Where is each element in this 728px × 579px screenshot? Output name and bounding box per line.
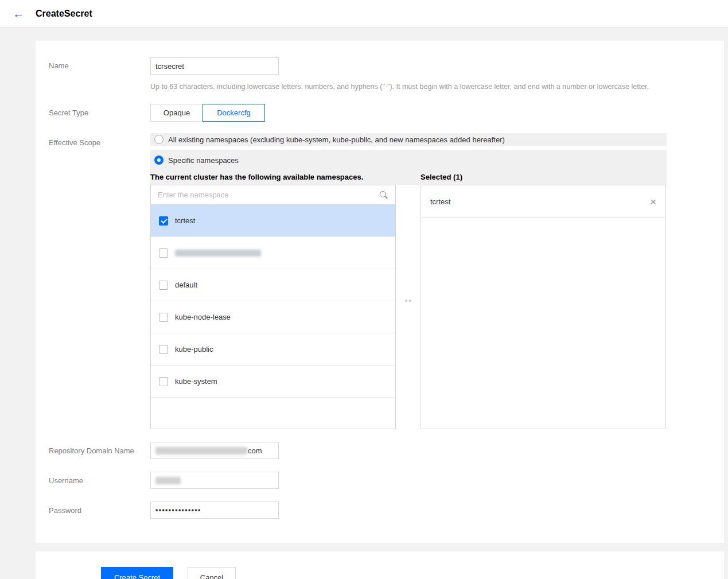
name-hint: Up to 63 characters, including lowercase… [150, 83, 724, 91]
scope-option-specific[interactable]: Specific namespaces [150, 154, 239, 166]
username-input[interactable] [150, 472, 279, 489]
available-namespaces-panel: tcrtest default kube-node-lease kube-pub… [150, 185, 396, 429]
namespace-label: kube-public [175, 345, 213, 353]
namespace-row-kube-public[interactable]: kube-public [151, 333, 395, 366]
scope-option-specific-label: Specific namespaces [168, 156, 239, 165]
redacted-text [155, 447, 247, 454]
checkbox-icon[interactable] [159, 313, 168, 322]
secret-type-opaque-button[interactable]: Opaque [150, 104, 203, 122]
selected-item-row: tcrtest × [421, 185, 665, 218]
available-namespaces-title: The current cluster has the following av… [150, 173, 363, 181]
create-secret-button[interactable]: Create Secret [101, 567, 173, 579]
namespace-row-redacted[interactable] [151, 237, 395, 269]
checkbox-icon[interactable] [159, 248, 168, 258]
password-label: Password [49, 506, 81, 515]
secret-type-toggle: Opaque Dockercfg [150, 104, 265, 122]
remove-icon[interactable]: × [650, 196, 656, 207]
redacted-namespace-label [175, 250, 261, 257]
secret-type-label: Secret Type [49, 108, 88, 117]
effective-scope-label: Effective Scope [49, 138, 100, 147]
namespace-row-kube-system[interactable]: kube-system [151, 366, 395, 398]
scope-option-all[interactable]: All existing namespaces (excluding kube-… [150, 133, 667, 146]
namespace-row-kube-node-lease[interactable]: kube-node-lease [151, 301, 395, 333]
namespace-label: tcrtest [175, 216, 195, 225]
page-header: ← CreateSecret [0, 0, 728, 28]
selected-namespaces-panel: tcrtest × [421, 185, 666, 429]
page: ← CreateSecret Name Up to 63 characters,… [0, 0, 728, 579]
scope-option-all-label: All existing namespaces (excluding kube-… [168, 135, 505, 144]
secret-type-dockercfg-button[interactable]: Dockercfg [203, 104, 265, 122]
redacted-text [155, 477, 181, 484]
checkbox-icon[interactable] [159, 345, 168, 354]
selected-item-label: tcrtest [430, 197, 450, 206]
namespace-label: kube-system [175, 377, 217, 386]
page-title: CreateSecret [36, 9, 92, 19]
namespace-label: default [175, 281, 197, 289]
back-arrow-icon[interactable]: ← [13, 8, 24, 20]
name-input[interactable] [150, 57, 279, 75]
radio-selected-icon[interactable] [154, 156, 163, 165]
selected-count-title: Selected (1) [421, 173, 462, 181]
checkbox-icon[interactable] [159, 377, 168, 386]
username-label: Username [49, 476, 83, 485]
search-icon[interactable] [379, 191, 388, 200]
namespace-search-input[interactable] [158, 191, 379, 199]
checkbox-icon[interactable] [159, 281, 168, 290]
cancel-button[interactable]: Cancel [188, 567, 236, 579]
create-secret-form: Name Up to 63 characters, including lowe… [36, 41, 724, 543]
form-footer: Create Secret Cancel [36, 551, 724, 579]
password-input[interactable]: •••••••••••••• [150, 502, 279, 519]
checkbox-checked-icon[interactable] [159, 216, 168, 226]
namespace-label: kube-node-lease [175, 313, 231, 321]
namespace-search-bar [151, 185, 395, 205]
scope-specific-section: Specific namespaces The current cluster … [150, 150, 667, 185]
password-masked-value: •••••••••••••• [155, 506, 201, 514]
repo-domain-input[interactable]: com [150, 442, 279, 459]
namespace-row-tcrtest[interactable]: tcrtest [151, 205, 395, 237]
transfer-arrow-icon: ↔ [396, 294, 421, 305]
repo-domain-label: Repository Domain Name [49, 446, 134, 455]
repo-domain-suffix: com [248, 446, 262, 455]
radio-unselected-icon[interactable] [154, 135, 163, 144]
namespace-row-default[interactable]: default [151, 269, 395, 301]
name-label: Name [49, 61, 69, 70]
